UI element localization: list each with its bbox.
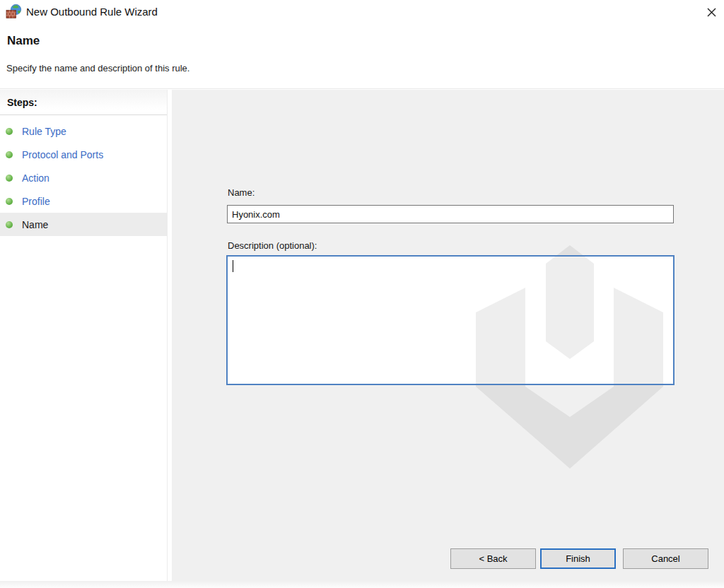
steps-heading: Steps:	[0, 90, 167, 115]
step-label: Rule Type	[22, 126, 66, 137]
name-input[interactable]	[227, 205, 674, 223]
steps-list: Rule Type Protocol and Ports Action Prof…	[0, 115, 167, 236]
description-textarea[interactable]	[226, 255, 675, 385]
sidebar-item-profile[interactable]: Profile	[0, 189, 167, 213]
green-dot-icon	[6, 221, 13, 228]
step-label: Name	[22, 219, 48, 230]
green-dot-icon	[6, 128, 13, 135]
window-title: New Outbound Rule Wizard	[26, 6, 158, 18]
firewall-icon	[6, 4, 23, 20]
wizard-dialog: New Outbound Rule Wizard Name Specify th…	[0, 0, 724, 588]
sidebar-item-action[interactable]: Action	[0, 166, 167, 189]
page-subtitle: Specify the name and description of this…	[6, 63, 189, 74]
page-title: Name	[7, 34, 40, 48]
green-dot-icon	[6, 198, 13, 205]
back-button[interactable]: < Back	[450, 548, 536, 569]
sidebar-item-rule-type[interactable]: Rule Type	[0, 119, 167, 143]
description-field-label: Description (optional):	[228, 240, 317, 251]
close-icon	[707, 8, 716, 17]
step-label: Profile	[22, 196, 50, 207]
window-bottom-edge	[0, 581, 724, 588]
finish-button[interactable]: Finish	[540, 548, 616, 569]
cancel-button[interactable]: Cancel	[623, 548, 708, 569]
steps-sidebar: Steps: Rule Type Protocol and Ports Acti…	[0, 90, 168, 588]
name-field-label: Name:	[228, 187, 255, 198]
green-dot-icon	[6, 175, 13, 182]
sidebar-item-name[interactable]: Name	[0, 213, 167, 236]
step-label: Action	[22, 172, 49, 184]
text-caret	[233, 260, 233, 272]
close-button[interactable]	[703, 4, 720, 20]
step-label: Protocol and Ports	[22, 149, 103, 160]
green-dot-icon	[6, 151, 13, 158]
sidebar-item-protocol-and-ports[interactable]: Protocol and Ports	[0, 143, 167, 166]
header-divider	[0, 88, 724, 89]
